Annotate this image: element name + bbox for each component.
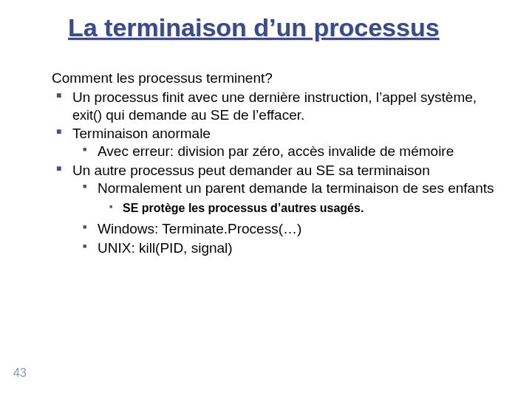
bullet-text: exit() xyxy=(72,108,102,123)
bullet-l2: UNIX: kill(PID, signal) xyxy=(95,239,502,257)
bullet-text: Avec erreur: division par zéro, accès in… xyxy=(98,143,454,159)
bullet-l2: Avec erreur: division par zéro, accès in… xyxy=(95,143,502,160)
bullet-l2: Normalement un parent demande la termina… xyxy=(95,180,502,216)
bullet-l1: Un autre processus peut demander au SE s… xyxy=(69,162,502,257)
bullet-text: Un autre processus peut demander au SE s… xyxy=(72,163,430,178)
bullet-l1: Terminaison anormale Avec erreur: divisi… xyxy=(69,125,502,160)
bullet-l2: Windows: Terminate.Process(…) xyxy=(95,220,502,238)
bullet-text: Normalement un parent demande la termina… xyxy=(98,180,494,196)
page-number: 43 xyxy=(13,366,27,380)
bullet-text: Un processus finit avec une dernière ins… xyxy=(72,89,477,105)
bullet-text: Windows: Terminate.Process(…) xyxy=(98,221,301,236)
bullet-l3: SE protège les processus d’autres usagés… xyxy=(120,201,502,216)
bullet-text: SE protège les processus d’autres usagés… xyxy=(123,202,364,214)
bullet-text: Terminaison anormale xyxy=(72,126,211,141)
slide-body: Comment les processus terminent? Un proc… xyxy=(52,69,502,259)
slide-title: La terminaison d’un processus xyxy=(68,13,440,42)
bullet-text: qui demande au SE de l’effacer. xyxy=(106,107,304,123)
intro-text: Comment les processus terminent? xyxy=(52,69,502,87)
bullet-l1: Un processus finit avec une dernière ins… xyxy=(69,89,502,124)
bullet-text: UNIX: kill(PID, signal) xyxy=(98,240,233,256)
